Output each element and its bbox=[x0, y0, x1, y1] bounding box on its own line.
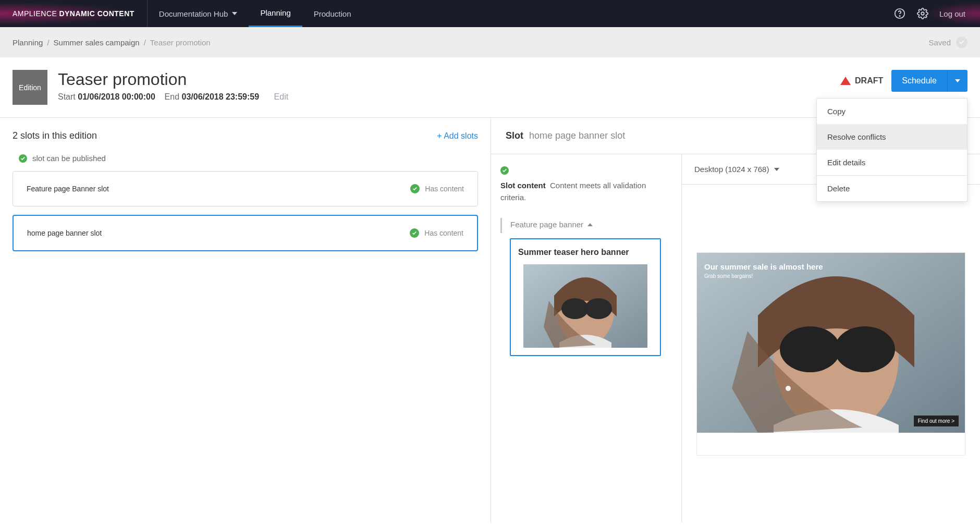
nav-planning[interactable]: Planning bbox=[249, 0, 302, 27]
publish-note: slot can be published bbox=[19, 154, 478, 163]
edition-chip: Edition bbox=[13, 70, 47, 105]
slot-name: home page banner slot bbox=[27, 229, 102, 237]
schedule-dropdown-toggle[interactable] bbox=[947, 70, 967, 92]
slot-status: Has content bbox=[424, 229, 463, 237]
viewport-select[interactable]: Desktop (1024 x 768) bbox=[694, 165, 779, 174]
preview-column: Desktop (1024 x 768) bbox=[682, 154, 980, 522]
help-icon[interactable] bbox=[893, 7, 906, 20]
slots-heading: 2 slots in this edition bbox=[13, 130, 97, 141]
chevron-down-icon bbox=[955, 79, 960, 82]
check-circle-icon bbox=[410, 184, 420, 193]
content-card-title: Summer teaser hero banner bbox=[518, 248, 653, 257]
dropdown-resolve-conflicts[interactable]: Resolve conflicts bbox=[817, 124, 967, 150]
content-thumbnail bbox=[523, 264, 647, 348]
dropdown-edit-details[interactable]: Edit details bbox=[817, 150, 967, 175]
svg-point-2 bbox=[921, 12, 924, 15]
draft-triangle-icon bbox=[840, 77, 851, 85]
edit-dates-link[interactable]: Edit bbox=[274, 92, 289, 101]
preview-frame: Our summer sale is almost here Grab some… bbox=[696, 252, 965, 456]
brand-part1: AMPLIENCE bbox=[13, 9, 57, 18]
brand-logo: AMPLIENCE DYNAMIC CONTENT bbox=[0, 0, 148, 27]
hero-cta-button[interactable]: Find out more > bbox=[914, 416, 959, 426]
edition-header-right: DRAFT Schedule Copy Resolve conflicts Ed… bbox=[840, 70, 967, 92]
check-circle-icon bbox=[500, 166, 509, 175]
slots-pane: 2 slots in this edition + Add slots slot… bbox=[0, 118, 491, 522]
saved-check-icon bbox=[956, 36, 967, 48]
slots-heading-row: 2 slots in this edition + Add slots bbox=[13, 130, 478, 141]
svg-point-11 bbox=[780, 326, 840, 372]
brand-part2: DYNAMIC CONTENT bbox=[59, 9, 134, 18]
svg-point-6 bbox=[561, 298, 589, 319]
svg-point-1 bbox=[899, 16, 900, 16]
hero-overlay-text: Our summer sale is almost here Grab some… bbox=[704, 262, 823, 279]
top-nav-bar: AMPLIENCE DYNAMIC CONTENT Documentation … bbox=[0, 0, 980, 27]
check-circle-icon bbox=[19, 154, 27, 163]
saved-indicator: Saved bbox=[928, 36, 967, 48]
slot-card-feature-banner[interactable]: Feature page Banner slot Has content bbox=[13, 171, 478, 206]
slot-card-home-banner[interactable]: home page banner slot Has content bbox=[13, 215, 478, 251]
slot-name: Feature page Banner slot bbox=[27, 185, 109, 193]
add-slots-link[interactable]: + Add slots bbox=[437, 131, 478, 141]
top-nav: Documentation Hub Planning Production bbox=[148, 0, 363, 27]
nav-production[interactable]: Production bbox=[302, 0, 363, 27]
slot-content-column: Slot content Content meets all validatio… bbox=[491, 154, 682, 522]
breadcrumb: Planning / Summer sales campaign / Tease… bbox=[0, 27, 980, 57]
svg-rect-13 bbox=[836, 344, 843, 350]
feature-collapse-label[interactable]: Feature page banner bbox=[500, 218, 672, 233]
svg-rect-8 bbox=[586, 306, 590, 309]
content-card[interactable]: Summer teaser hero banner bbox=[510, 238, 661, 356]
breadcrumb-planning[interactable]: Planning bbox=[13, 38, 43, 47]
schedule-button[interactable]: Schedule bbox=[891, 70, 947, 92]
chevron-down-icon bbox=[232, 12, 237, 15]
schedule-button-group: Schedule bbox=[891, 70, 967, 92]
chevron-down-icon bbox=[774, 168, 779, 171]
dropdown-delete[interactable]: Delete bbox=[817, 176, 967, 201]
schedule-dropdown-menu: Copy Resolve conflicts Edit details Dele… bbox=[816, 98, 967, 202]
top-nav-right: Log out bbox=[893, 7, 980, 20]
edition-meta: Start 01/06/2018 00:00:00 End 03/06/2018… bbox=[58, 92, 288, 102]
breadcrumb-campaign[interactable]: Summer sales campaign bbox=[54, 38, 140, 47]
logout-link[interactable]: Log out bbox=[939, 9, 965, 18]
slot-status: Has content bbox=[425, 185, 464, 193]
hero-banner-preview: Our summer sale is almost here Grab some… bbox=[697, 253, 965, 433]
svg-point-12 bbox=[835, 326, 895, 372]
edition-title-block: Teaser promotion Start 01/06/2018 00:00:… bbox=[58, 70, 288, 102]
chevron-up-icon bbox=[587, 223, 593, 226]
slot-content-heading: Slot content Content meets all validatio… bbox=[500, 165, 672, 203]
breadcrumb-current: Teaser promotion bbox=[150, 38, 211, 47]
nav-documentation-hub[interactable]: Documentation Hub bbox=[148, 0, 249, 27]
edition-header: Edition Teaser promotion Start 01/06/201… bbox=[0, 57, 980, 117]
status-badge: DRAFT bbox=[840, 76, 883, 86]
page-title: Teaser promotion bbox=[58, 70, 288, 89]
svg-point-14 bbox=[786, 386, 791, 391]
dropdown-copy[interactable]: Copy bbox=[817, 99, 967, 124]
check-circle-icon bbox=[410, 228, 419, 238]
settings-gear-icon[interactable] bbox=[916, 7, 929, 20]
